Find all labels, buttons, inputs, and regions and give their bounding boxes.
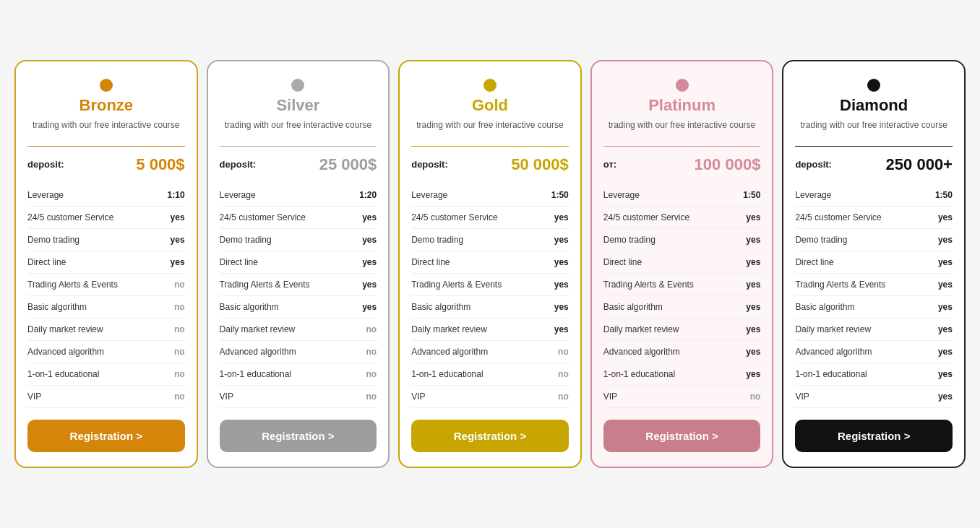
feature-row: Demo tradingyes — [411, 229, 569, 251]
plan-subtitle-gold: trading with our free interactive course — [416, 119, 563, 131]
feature-value: no — [558, 347, 569, 357]
plan-card-diamond: Diamondtrading with our free interactive… — [782, 60, 966, 468]
feature-value: yes — [554, 235, 569, 245]
feature-row: 24/5 customer Serviceyes — [27, 207, 185, 229]
plan-header-bronze: Bronzetrading with our free interactive … — [27, 79, 185, 139]
feature-value: no — [750, 391, 761, 402]
feature-name: Basic algorithm — [603, 302, 663, 312]
plan-dot-diamond — [867, 79, 880, 92]
feature-name: Daily market review — [220, 324, 296, 334]
feature-name: Daily market review — [795, 324, 871, 334]
feature-name: Direct line — [795, 257, 833, 267]
registration-button-bronze[interactable]: Registration > — [27, 420, 185, 452]
feature-value: yes — [938, 369, 953, 379]
plan-dot-bronze — [100, 79, 113, 92]
feature-name: 1-on-1 educational — [411, 369, 483, 379]
registration-button-diamond[interactable]: Registration > — [795, 420, 953, 452]
feature-name: VIP — [411, 391, 425, 402]
feature-row: VIPno — [411, 386, 569, 408]
feature-row: Leverage1:50 — [603, 184, 761, 207]
feature-row: VIPno — [220, 386, 377, 408]
plan-card-bronze: Bronzetrading with our free interactive … — [14, 60, 198, 468]
feature-name: Leverage — [220, 190, 256, 200]
feature-name: Leverage — [27, 190, 64, 200]
registration-button-gold[interactable]: Registration > — [411, 420, 569, 452]
feature-value: yes — [362, 212, 377, 222]
feature-name: Direct line — [411, 257, 450, 267]
plan-dot-silver — [291, 79, 304, 92]
feature-row: Demo tradingyes — [220, 229, 377, 251]
plan-name-silver: Silver — [276, 96, 319, 115]
feature-row: VIPno — [27, 386, 185, 408]
plan-subtitle-diamond: trading with our free interactive course — [800, 119, 947, 131]
feature-name: Leverage — [603, 190, 640, 200]
feature-value: no — [174, 302, 185, 312]
feature-value: yes — [746, 212, 760, 222]
feature-value: yes — [938, 347, 953, 357]
registration-button-platinum[interactable]: Registration > — [603, 420, 761, 452]
plan-divider-silver — [220, 146, 377, 147]
feature-name: Advanced algorithm — [27, 347, 104, 357]
features-list-gold: Leverage1:5024/5 customer ServiceyesDemo… — [411, 184, 569, 408]
feature-value: yes — [938, 257, 953, 267]
features-list-bronze: Leverage1:1024/5 customer ServiceyesDemo… — [27, 184, 185, 408]
feature-value: no — [174, 280, 185, 290]
plan-card-platinum: Platinumtrading with our free interactiv… — [590, 60, 774, 468]
feature-name: Advanced algorithm — [411, 347, 488, 357]
feature-row: VIPyes — [795, 386, 953, 408]
feature-name: 1-on-1 educational — [27, 369, 99, 379]
deposit-row-diamond: deposit:250 000+ — [795, 155, 953, 174]
deposit-amount-bronze: 5 000$ — [136, 155, 184, 174]
feature-name: Advanced algorithm — [795, 347, 872, 357]
feature-row: 24/5 customer Serviceyes — [411, 207, 569, 229]
feature-value: yes — [171, 235, 185, 245]
feature-value: yes — [746, 235, 760, 245]
deposit-amount-platinum: 100 000$ — [695, 155, 761, 174]
feature-row: Leverage1:10 — [27, 184, 185, 207]
features-list-platinum: Leverage1:5024/5 customer ServiceyesDemo… — [603, 184, 761, 408]
registration-button-silver[interactable]: Registration > — [220, 420, 377, 452]
feature-row: Advanced algorithmno — [27, 341, 185, 363]
feature-value: yes — [938, 324, 953, 334]
feature-value: no — [174, 391, 185, 402]
feature-row: 1-on-1 educationalno — [411, 363, 569, 386]
feature-name: 24/5 customer Service — [27, 212, 113, 222]
deposit-row-platinum: от:100 000$ — [603, 155, 761, 174]
plan-divider-platinum — [603, 146, 761, 147]
plan-dot-gold — [483, 79, 497, 92]
feature-row: Trading Alerts & Eventsyes — [795, 274, 953, 296]
deposit-amount-silver: 25 000$ — [319, 155, 377, 174]
feature-value: no — [174, 324, 185, 334]
feature-row: Basic algorithmyes — [603, 296, 761, 319]
feature-value: yes — [171, 212, 185, 222]
feature-name: 24/5 customer Service — [603, 212, 689, 222]
feature-name: Leverage — [411, 190, 447, 200]
feature-name: VIP — [795, 391, 809, 402]
feature-value: yes — [171, 257, 185, 267]
deposit-label-silver: deposit: — [220, 159, 257, 170]
feature-name: Basic algorithm — [411, 302, 470, 312]
feature-name: Trading Alerts & Events — [27, 280, 118, 290]
deposit-label-bronze: deposit: — [27, 159, 64, 170]
feature-value: yes — [938, 302, 953, 312]
feature-value: no — [366, 391, 377, 402]
feature-row: 1-on-1 educationalno — [27, 363, 185, 386]
feature-name: Direct line — [220, 257, 258, 267]
feature-value: yes — [938, 235, 953, 245]
feature-row: Demo tradingyes — [27, 229, 185, 251]
features-list-silver: Leverage1:2024/5 customer ServiceyesDemo… — [220, 184, 377, 408]
feature-name: Trading Alerts & Events — [603, 280, 694, 290]
feature-value: yes — [746, 257, 760, 267]
deposit-label-platinum: от: — [603, 159, 616, 170]
deposit-row-bronze: deposit:5 000$ — [27, 155, 185, 174]
plan-name-bronze: Bronze — [79, 96, 134, 115]
feature-row: Direct lineyes — [603, 251, 761, 274]
feature-value: yes — [362, 235, 377, 245]
feature-value: 1:50 — [743, 190, 760, 200]
feature-name: Daily market review — [27, 324, 103, 334]
plan-divider-diamond — [795, 146, 953, 147]
feature-row: Daily market reviewno — [220, 319, 377, 341]
feature-row: Basic algorithmno — [27, 296, 185, 319]
feature-value: yes — [746, 324, 760, 334]
feature-value: yes — [554, 302, 569, 312]
